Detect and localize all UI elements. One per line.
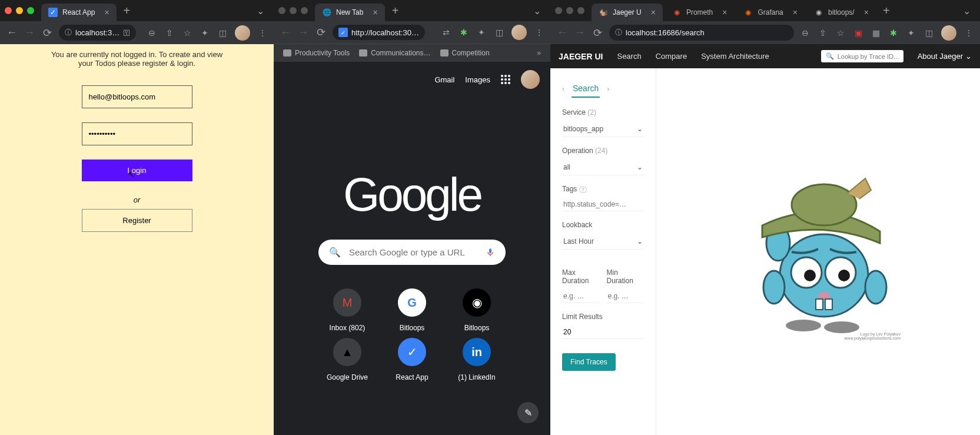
tags-input[interactable] bbox=[562, 198, 644, 211]
tab-react-app[interactable]: ✓ React App × bbox=[41, 4, 117, 21]
maximize-window-icon[interactable] bbox=[301, 7, 308, 14]
add-tab-button[interactable]: + bbox=[392, 4, 399, 18]
menu-icon[interactable]: ⋮ bbox=[257, 28, 268, 38]
add-tab-button[interactable]: + bbox=[883, 4, 890, 18]
menu-icon[interactable]: ⋮ bbox=[964, 28, 974, 38]
bookmarks-overflow-icon[interactable]: » bbox=[537, 49, 541, 57]
bookmark-folder[interactable]: Productivity Tools bbox=[283, 49, 350, 57]
maximize-window-icon[interactable] bbox=[577, 7, 584, 14]
forward-button[interactable]: → bbox=[574, 27, 586, 39]
service-select[interactable]: bitloops_app⌄ bbox=[562, 121, 644, 137]
extension-red-icon[interactable]: ▣ bbox=[853, 28, 863, 38]
maximize-window-icon[interactable] bbox=[27, 7, 34, 14]
sidepanel-icon[interactable]: ◫ bbox=[494, 27, 504, 38]
shortcut-bitloops[interactable]: GBitloops bbox=[391, 288, 433, 332]
close-tab-icon[interactable]: × bbox=[104, 8, 109, 17]
share-icon[interactable]: ⇧ bbox=[164, 28, 175, 38]
prev-icon[interactable]: ‹ bbox=[562, 85, 564, 93]
max-duration-input[interactable] bbox=[562, 290, 600, 303]
shortcut-react[interactable]: ✓React App bbox=[391, 338, 433, 381]
shortcut-linkedin[interactable]: in(1) LinkedIn bbox=[456, 338, 497, 381]
nav-architecture[interactable]: System Architecture bbox=[701, 52, 769, 61]
search-input[interactable] bbox=[349, 247, 477, 257]
url-bar[interactable]: ⓘ localhost:16686/search bbox=[609, 25, 794, 41]
translate-icon[interactable]: ⇄ bbox=[441, 27, 451, 38]
shortcut-inbox[interactable]: MInbox (802) bbox=[327, 288, 368, 332]
back-button[interactable]: ← bbox=[280, 26, 291, 38]
menu-icon[interactable]: ⋮ bbox=[534, 27, 544, 38]
jaeger-brand[interactable]: JAEGER UI bbox=[559, 52, 603, 61]
close-tab-icon[interactable]: × bbox=[722, 8, 727, 17]
lookback-select[interactable]: Last Hour⌄ bbox=[562, 234, 644, 250]
close-tab-icon[interactable]: × bbox=[793, 8, 798, 17]
login-button[interactable]: Login bbox=[82, 160, 192, 181]
close-tab-icon[interactable]: × bbox=[651, 8, 656, 17]
tab-github[interactable]: ◉bitloops/× bbox=[807, 4, 876, 21]
minimize-window-icon[interactable] bbox=[16, 7, 23, 14]
site-info-icon[interactable]: ⓘ bbox=[65, 28, 72, 38]
tab-new-tab[interactable]: 🌐 New Tab × bbox=[315, 4, 385, 21]
forward-button[interactable]: → bbox=[24, 27, 35, 39]
customize-button[interactable]: ✎ bbox=[517, 402, 539, 423]
profile-avatar[interactable] bbox=[511, 25, 527, 40]
close-tab-icon[interactable]: × bbox=[864, 8, 869, 17]
limit-input[interactable] bbox=[562, 326, 644, 339]
tab-prometheus[interactable]: ◉Prometh× bbox=[665, 4, 735, 21]
extension-google-icon[interactable]: ▦ bbox=[871, 28, 881, 38]
back-button[interactable]: ← bbox=[6, 27, 18, 39]
extensions-puzzle-icon[interactable]: ✦ bbox=[476, 27, 487, 38]
shortcut-drive[interactable]: ▲Google Drive bbox=[327, 338, 368, 381]
account-avatar[interactable] bbox=[521, 70, 540, 89]
search-bar[interactable]: 🔍 bbox=[318, 240, 506, 265]
close-tab-icon[interactable]: × bbox=[373, 8, 377, 17]
sidepanel-icon[interactable]: ◫ bbox=[923, 28, 934, 38]
close-window-icon[interactable] bbox=[555, 7, 562, 14]
zoom-icon[interactable]: ⊖ bbox=[800, 28, 810, 38]
min-duration-input[interactable] bbox=[607, 290, 645, 303]
key-icon[interactable]: ⚿ bbox=[123, 29, 130, 37]
profile-avatar[interactable] bbox=[235, 25, 250, 41]
panel-tab-search[interactable]: Search bbox=[572, 80, 600, 98]
gmail-link[interactable]: Gmail bbox=[434, 75, 454, 84]
minimize-window-icon[interactable] bbox=[566, 7, 573, 14]
extension-green-icon[interactable]: ✱ bbox=[459, 27, 469, 38]
register-button[interactable]: Register bbox=[82, 209, 192, 232]
nav-search[interactable]: Search bbox=[617, 52, 641, 61]
share-icon[interactable]: ⇧ bbox=[818, 28, 828, 38]
back-button[interactable]: ← bbox=[556, 27, 568, 39]
apps-grid-icon[interactable] bbox=[501, 75, 510, 84]
tab-grafana[interactable]: ◉Grafana× bbox=[736, 4, 805, 21]
close-window-icon[interactable] bbox=[278, 7, 285, 14]
trace-id-input[interactable] bbox=[838, 53, 899, 60]
sidepanel-icon[interactable]: ◫ bbox=[217, 28, 228, 38]
next-icon[interactable]: › bbox=[607, 85, 609, 93]
bookmark-icon[interactable]: ☆ bbox=[835, 28, 846, 38]
reload-button[interactable]: ⟳ bbox=[592, 27, 603, 39]
minimize-window-icon[interactable] bbox=[290, 7, 297, 14]
tabs-menu-icon[interactable]: ⌄ bbox=[529, 3, 546, 19]
extension-green-icon[interactable]: ✱ bbox=[888, 28, 899, 38]
reload-button[interactable]: ⟳ bbox=[41, 27, 53, 39]
trace-lookup[interactable]: 🔍 bbox=[821, 50, 903, 62]
add-tab-button[interactable]: + bbox=[124, 4, 131, 18]
bookmark-folder[interactable]: Competition bbox=[440, 49, 490, 57]
extensions-puzzle-icon[interactable]: ✦ bbox=[906, 28, 916, 38]
voice-search-icon[interactable] bbox=[486, 248, 495, 257]
email-field[interactable] bbox=[82, 85, 192, 108]
url-bar[interactable]: ⓘ localhost:3… ⚿ bbox=[59, 25, 136, 41]
find-traces-button[interactable]: Find Traces bbox=[562, 353, 616, 371]
close-window-icon[interactable] bbox=[5, 7, 12, 14]
tabs-menu-icon[interactable]: ⌄ bbox=[958, 3, 975, 19]
forward-button[interactable]: → bbox=[297, 26, 309, 38]
password-field[interactable] bbox=[82, 122, 192, 145]
reload-button[interactable]: ⟳ bbox=[315, 26, 327, 38]
operation-select[interactable]: all⌄ bbox=[562, 160, 644, 175]
shortcut-github[interactable]: ◉Bitloops bbox=[456, 288, 497, 332]
extensions-puzzle-icon[interactable]: ✦ bbox=[200, 28, 210, 38]
zoom-icon[interactable]: ⊖ bbox=[147, 28, 157, 38]
about-link[interactable]: About Jaeger⌄ bbox=[918, 52, 972, 61]
tab-jaeger[interactable]: 🐿️Jaeger U× bbox=[592, 4, 663, 21]
site-info-icon[interactable]: ⓘ bbox=[615, 28, 622, 38]
url-bar[interactable]: ✓ http://localhost:30… bbox=[333, 25, 425, 40]
bookmark-icon[interactable]: ☆ bbox=[182, 28, 192, 38]
